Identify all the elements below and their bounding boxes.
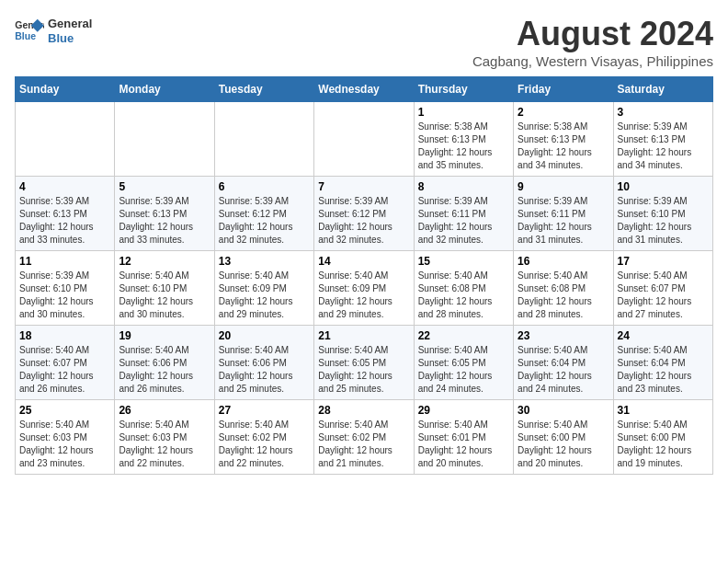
calendar-cell: 4Sunrise: 5:39 AM Sunset: 6:13 PM Daylig…	[16, 177, 115, 251]
calendar-cell: 30Sunrise: 5:40 AM Sunset: 6:00 PM Dayli…	[514, 400, 613, 475]
calendar-cell	[115, 102, 214, 177]
day-number: 4	[19, 180, 110, 193]
calendar-cell: 29Sunrise: 5:40 AM Sunset: 6:01 PM Dayli…	[414, 400, 513, 475]
day-info: Sunrise: 5:39 AM Sunset: 6:11 PM Dayligh…	[518, 195, 609, 247]
day-info: Sunrise: 5:39 AM Sunset: 6:12 PM Dayligh…	[318, 195, 409, 247]
day-info: Sunrise: 5:40 AM Sunset: 6:08 PM Dayligh…	[518, 270, 609, 321]
col-header-wednesday: Wednesday	[314, 77, 414, 102]
day-info: Sunrise: 5:40 AM Sunset: 6:07 PM Dayligh…	[19, 344, 110, 396]
calendar-cell: 17Sunrise: 5:40 AM Sunset: 6:07 PM Dayli…	[613, 251, 712, 326]
calendar-cell: 6Sunrise: 5:39 AM Sunset: 6:12 PM Daylig…	[214, 177, 313, 251]
calendar-cell: 14Sunrise: 5:40 AM Sunset: 6:09 PM Dayli…	[314, 251, 414, 326]
day-info: Sunrise: 5:40 AM Sunset: 6:07 PM Dayligh…	[618, 270, 709, 321]
calendar-cell: 18Sunrise: 5:40 AM Sunset: 6:07 PM Dayli…	[16, 326, 115, 400]
day-number: 12	[119, 255, 210, 268]
calendar-cell: 21Sunrise: 5:40 AM Sunset: 6:05 PM Dayli…	[314, 326, 414, 400]
day-info: Sunrise: 5:40 AM Sunset: 6:02 PM Dayligh…	[318, 419, 409, 470]
day-number: 23	[518, 329, 609, 342]
calendar-week-1: 1Sunrise: 5:38 AM Sunset: 6:13 PM Daylig…	[16, 102, 713, 177]
location: Cagbang, Western Visayas, Philippines	[472, 53, 713, 69]
day-number: 29	[418, 404, 509, 417]
logo-blue: Blue	[48, 31, 92, 46]
calendar-cell: 11Sunrise: 5:39 AM Sunset: 6:10 PM Dayli…	[16, 251, 115, 326]
calendar-cell: 3Sunrise: 5:39 AM Sunset: 6:13 PM Daylig…	[613, 102, 712, 177]
day-number: 1	[418, 106, 509, 119]
day-number: 18	[19, 329, 110, 342]
calendar-header: SundayMondayTuesdayWednesdayThursdayFrid…	[16, 77, 713, 102]
calendar-cell: 16Sunrise: 5:40 AM Sunset: 6:08 PM Dayli…	[514, 251, 613, 326]
calendar-cell: 7Sunrise: 5:39 AM Sunset: 6:12 PM Daylig…	[314, 177, 414, 251]
calendar-cell: 19Sunrise: 5:40 AM Sunset: 6:06 PM Dayli…	[115, 326, 214, 400]
calendar-cell	[16, 102, 115, 177]
calendar-cell	[214, 102, 313, 177]
calendar-cell	[314, 102, 414, 177]
calendar-cell: 2Sunrise: 5:38 AM Sunset: 6:13 PM Daylig…	[514, 102, 613, 177]
day-number: 2	[518, 106, 609, 119]
day-info: Sunrise: 5:40 AM Sunset: 6:09 PM Dayligh…	[318, 270, 409, 321]
day-number: 26	[119, 404, 210, 417]
day-info: Sunrise: 5:40 AM Sunset: 6:02 PM Dayligh…	[219, 419, 310, 470]
month-title: August 2024	[472, 15, 713, 53]
header-row: SundayMondayTuesdayWednesdayThursdayFrid…	[16, 77, 713, 102]
day-number: 20	[219, 329, 310, 342]
day-info: Sunrise: 5:40 AM Sunset: 6:05 PM Dayligh…	[418, 344, 509, 396]
day-number: 9	[518, 180, 609, 193]
day-info: Sunrise: 5:40 AM Sunset: 6:05 PM Dayligh…	[318, 344, 409, 396]
day-info: Sunrise: 5:39 AM Sunset: 6:13 PM Dayligh…	[119, 195, 210, 247]
day-info: Sunrise: 5:40 AM Sunset: 6:06 PM Dayligh…	[219, 344, 310, 396]
calendar-cell: 23Sunrise: 5:40 AM Sunset: 6:04 PM Dayli…	[514, 326, 613, 400]
calendar-cell: 25Sunrise: 5:40 AM Sunset: 6:03 PM Dayli…	[16, 400, 115, 475]
calendar-week-5: 25Sunrise: 5:40 AM Sunset: 6:03 PM Dayli…	[16, 400, 713, 475]
calendar-cell: 12Sunrise: 5:40 AM Sunset: 6:10 PM Dayli…	[115, 251, 214, 326]
calendar-cell: 24Sunrise: 5:40 AM Sunset: 6:04 PM Dayli…	[613, 326, 712, 400]
day-info: Sunrise: 5:40 AM Sunset: 6:00 PM Dayligh…	[618, 419, 709, 470]
day-info: Sunrise: 5:40 AM Sunset: 6:10 PM Dayligh…	[119, 270, 210, 321]
day-number: 17	[618, 255, 709, 268]
day-info: Sunrise: 5:40 AM Sunset: 6:04 PM Dayligh…	[518, 344, 609, 396]
day-number: 14	[318, 255, 409, 268]
day-number: 7	[318, 180, 409, 193]
col-header-thursday: Thursday	[414, 77, 513, 102]
day-number: 31	[618, 404, 709, 417]
day-number: 13	[219, 255, 310, 268]
calendar-cell: 28Sunrise: 5:40 AM Sunset: 6:02 PM Dayli…	[314, 400, 414, 475]
day-info: Sunrise: 5:40 AM Sunset: 6:01 PM Dayligh…	[418, 419, 509, 470]
calendar-week-2: 4Sunrise: 5:39 AM Sunset: 6:13 PM Daylig…	[16, 177, 713, 251]
calendar-cell: 31Sunrise: 5:40 AM Sunset: 6:00 PM Dayli…	[613, 400, 712, 475]
calendar-week-3: 11Sunrise: 5:39 AM Sunset: 6:10 PM Dayli…	[16, 251, 713, 326]
day-number: 21	[318, 329, 409, 342]
day-info: Sunrise: 5:40 AM Sunset: 6:04 PM Dayligh…	[618, 344, 709, 396]
calendar-table: SundayMondayTuesdayWednesdayThursdayFrid…	[15, 76, 713, 475]
day-info: Sunrise: 5:40 AM Sunset: 6:00 PM Dayligh…	[518, 419, 609, 470]
day-info: Sunrise: 5:40 AM Sunset: 6:08 PM Dayligh…	[418, 270, 509, 321]
day-number: 28	[318, 404, 409, 417]
day-number: 19	[119, 329, 210, 342]
day-info: Sunrise: 5:39 AM Sunset: 6:13 PM Dayligh…	[618, 121, 709, 172]
day-info: Sunrise: 5:38 AM Sunset: 6:13 PM Dayligh…	[418, 121, 509, 172]
calendar-cell: 5Sunrise: 5:39 AM Sunset: 6:13 PM Daylig…	[115, 177, 214, 251]
calendar-cell: 13Sunrise: 5:40 AM Sunset: 6:09 PM Dayli…	[214, 251, 313, 326]
col-header-tuesday: Tuesday	[214, 77, 313, 102]
calendar-cell: 27Sunrise: 5:40 AM Sunset: 6:02 PM Dayli…	[214, 400, 313, 475]
calendar-cell: 22Sunrise: 5:40 AM Sunset: 6:05 PM Dayli…	[414, 326, 513, 400]
calendar-cell: 9Sunrise: 5:39 AM Sunset: 6:11 PM Daylig…	[514, 177, 613, 251]
day-info: Sunrise: 5:40 AM Sunset: 6:03 PM Dayligh…	[19, 419, 110, 470]
day-number: 25	[19, 404, 110, 417]
day-number: 24	[618, 329, 709, 342]
col-header-saturday: Saturday	[613, 77, 712, 102]
calendar-week-4: 18Sunrise: 5:40 AM Sunset: 6:07 PM Dayli…	[16, 326, 713, 400]
day-number: 27	[219, 404, 310, 417]
day-info: Sunrise: 5:40 AM Sunset: 6:03 PM Dayligh…	[119, 419, 210, 470]
day-number: 16	[518, 255, 609, 268]
day-info: Sunrise: 5:39 AM Sunset: 6:13 PM Dayligh…	[19, 195, 110, 247]
calendar-cell: 26Sunrise: 5:40 AM Sunset: 6:03 PM Dayli…	[115, 400, 214, 475]
col-header-monday: Monday	[115, 77, 214, 102]
calendar-cell: 20Sunrise: 5:40 AM Sunset: 6:06 PM Dayli…	[214, 326, 313, 400]
calendar-body: 1Sunrise: 5:38 AM Sunset: 6:13 PM Daylig…	[16, 102, 713, 475]
calendar-cell: 1Sunrise: 5:38 AM Sunset: 6:13 PM Daylig…	[414, 102, 513, 177]
calendar-cell: 8Sunrise: 5:39 AM Sunset: 6:11 PM Daylig…	[414, 177, 513, 251]
day-number: 30	[518, 404, 609, 417]
day-info: Sunrise: 5:38 AM Sunset: 6:13 PM Dayligh…	[518, 121, 609, 172]
col-header-sunday: Sunday	[16, 77, 115, 102]
day-number: 11	[19, 255, 110, 268]
